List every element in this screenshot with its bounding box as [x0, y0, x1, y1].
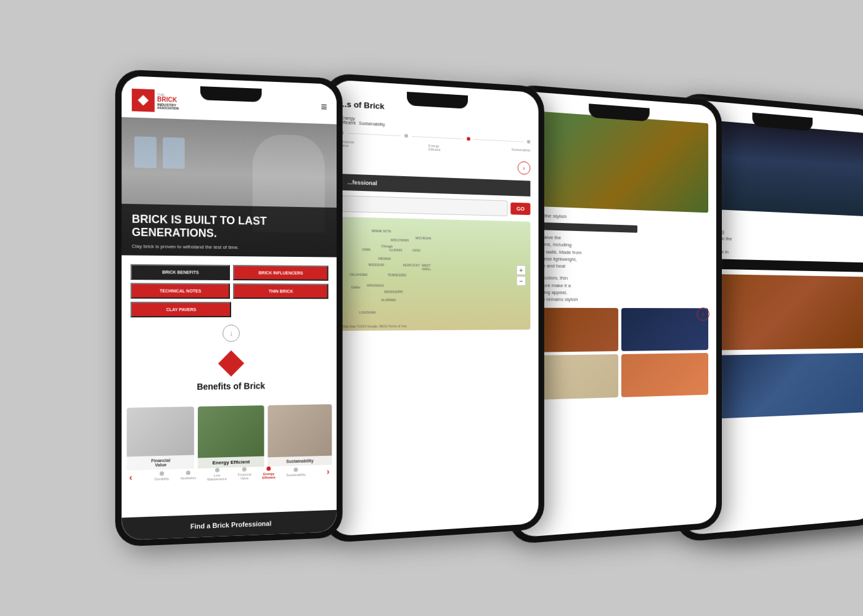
map-background: MINNE SOTA WISCONSIN MICHIGAN IOWA ILLIN… [340, 217, 530, 331]
p2-nav: › [340, 153, 530, 175]
map-label-wv: WESTVIRGI... [422, 264, 433, 271]
p3-next-arrow[interactable]: › [697, 307, 709, 320]
phone-3-content: rior with the stylish › ay to achieve th… [515, 91, 716, 410]
map-label-alabama: ALABAMA [381, 298, 396, 302]
card-energy-label: Energy Efficient [198, 456, 264, 469]
go-button[interactable]: GO [510, 203, 530, 215]
phone-1: THE BRICK INDUSTRY ASSOCIATION ≡ [115, 69, 343, 547]
find-professional-footer[interactable]: Find a Brick Professional [121, 510, 337, 540]
card-energy: Energy Efficient [198, 405, 264, 468]
map-label-tennessee: TENNESSEE [388, 273, 407, 277]
section-title: Benefits of Brick [132, 380, 327, 392]
dot-low-maintenance: LowMaintenance [207, 468, 227, 481]
card-financial: FinancialValue [127, 407, 195, 471]
logo-brick: BRICK [157, 96, 179, 103]
map-zoom-controls: + − [517, 265, 526, 286]
prog-dot-active [467, 137, 470, 140]
phone-2-content: ...s of Brick EnergyEfficient Sustainabi… [331, 79, 539, 339]
map-label-louisiana: LOUISIANA [359, 310, 375, 314]
p3-nav-wrapper: › [697, 307, 709, 320]
window-1 [134, 136, 157, 168]
benefit-cards: FinancialValue Energy Efficient Sustaina… [121, 404, 337, 471]
p2-next-arrow[interactable]: › [518, 161, 531, 175]
map-label-wisconsin: WISCONSIN [391, 238, 409, 242]
dot-sustainability-label: Sustainability [286, 472, 306, 477]
brick-logo-icon [132, 89, 155, 112]
p3-img-night [621, 308, 708, 351]
scroll-indicator: ↓ [121, 324, 337, 342]
hero-overlay: BRICK IS BUILT TO LAST GENERATIONS. Clay… [121, 204, 337, 257]
phone-1-screen: THE BRICK INDUSTRY ASSOCIATION ≡ [121, 76, 337, 540]
prev-arrow[interactable]: ‹ [129, 472, 133, 482]
nav-buttons: BRICK BENEFITS BRICK INFLUENCERS TECHNIC… [121, 255, 337, 317]
p3-img-sunset [621, 353, 708, 397]
diamond-icon [218, 351, 244, 376]
technical-notes-btn[interactable]: TECHNICAL NOTES [131, 283, 230, 299]
phone-1-hero: BRICK IS BUILT TO LAST GENERATIONS. Clay… [121, 117, 337, 257]
next-arrow[interactable]: › [327, 466, 329, 476]
brick-influencers-btn[interactable]: BRICK INFLUENCERS [232, 265, 328, 281]
clay-pavers-btn[interactable]: CLAY PAVERS [131, 302, 231, 317]
dot-aesthetics-label: Aesthetics [181, 476, 197, 480]
dot-sustainability-dot [294, 468, 298, 472]
map-label-ohio: OHIO [412, 248, 420, 252]
dot-energy-dot [267, 466, 271, 471]
map-label-kentucky: KENTUCKY [403, 263, 420, 267]
prog-label-energy: EnergyEfficient [428, 144, 440, 152]
p2-prof-label: ...fessional [348, 179, 377, 187]
dot-durability: Durability [155, 471, 169, 481]
card-sustainability: Sustainability [268, 404, 332, 466]
prog-dot-3 [527, 140, 531, 144]
card-sustainability-label: Sustainability [268, 456, 332, 467]
map-copyright: Map data ©2023 Google, INEGI Terms of Us… [342, 324, 406, 328]
dot-aesthetics-dot [186, 471, 190, 475]
map-label-arkansas: ARKANSAS [367, 283, 384, 287]
dot-energy-label: EnergyEfficient [262, 472, 275, 480]
p2-search: GO [340, 195, 530, 217]
hamburger-menu[interactable]: ≡ [321, 100, 327, 113]
dot-financial-dot [242, 467, 247, 471]
benefits-section: Benefits of Brick [121, 341, 337, 408]
map-label-minnesota: MINNE SOTA [372, 229, 391, 233]
prog-label-sustainability: Sustainability [512, 148, 531, 156]
map-label-chicago: Chicago [381, 244, 393, 248]
window-2 [163, 137, 185, 169]
search-input-box[interactable] [340, 195, 507, 216]
p3-image-grid [525, 308, 708, 400]
map-label-michigan: MICHIGAN [415, 236, 431, 240]
map-label-indiana: INDIANA [378, 257, 391, 261]
p2-map: MINNE SOTA WISCONSIN MICHIGAN IOWA ILLIN… [340, 217, 530, 331]
dot-durability-dot [160, 471, 164, 476]
dot-aesthetics: Aesthetics [181, 471, 197, 480]
brick-benefits-btn[interactable]: BRICK BENEFITS [131, 264, 230, 280]
logo-text: THE BRICK INDUSTRY ASSOCIATION [157, 92, 179, 110]
map-label-dallas: Dallas [351, 285, 360, 289]
phone-2: ...s of Brick EnergyEfficient Sustainabi… [324, 73, 544, 543]
prog-seg-3 [474, 139, 523, 142]
prog-seg-2 [412, 136, 463, 139]
phone-2-screen: ...s of Brick EnergyEfficient Sustainabi… [331, 79, 539, 537]
zoom-out-btn[interactable]: − [517, 276, 526, 286]
map-label-iowa: IOWA [362, 248, 371, 251]
prog-seg-1 [348, 132, 401, 136]
p3-text-2: pes, and colors, thin ance nature make i… [525, 274, 708, 304]
dot-durability-label: Durability [155, 477, 169, 481]
p2-sustainability-label: Sustainability [359, 121, 385, 126]
card-financial-label: FinancialValue [127, 455, 195, 471]
thin-brick-btn[interactable]: THIN BRICK [232, 283, 328, 299]
dot-sustainability: Sustainability [286, 468, 306, 477]
map-label-illinois: ILLINOIS [390, 248, 403, 252]
logo-diamond [138, 95, 149, 105]
map-label-missouri: MISSOURI [369, 263, 384, 267]
p3-hero-img [525, 110, 708, 213]
p3-text-1: ay to achieve the applications, includin… [525, 233, 708, 272]
hero-title: BRICK IS BUILT TO LAST GENERATIONS. [132, 213, 327, 242]
p2-professional-bar: ...fessional [340, 174, 530, 197]
dot-low-maintenance-label: LowMaintenance [207, 473, 227, 481]
dot-financial-label: FinancialValue [238, 472, 252, 480]
phone-1-notch [200, 86, 262, 102]
dot-energy: EnergyEfficient [262, 466, 275, 479]
scroll-down-btn[interactable]: ↓ [223, 325, 240, 342]
zoom-in-btn[interactable]: + [517, 265, 526, 275]
map-label-oklahoma: OKLAHOMA [350, 273, 367, 277]
